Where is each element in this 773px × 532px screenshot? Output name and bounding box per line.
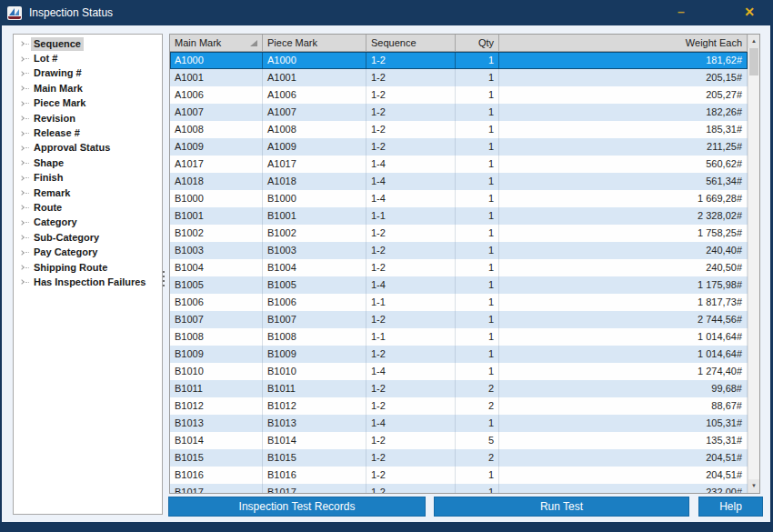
chevron-right-icon[interactable] xyxy=(19,160,25,166)
cell-sequence: 1-2 xyxy=(366,138,456,156)
table-row[interactable]: A1009A10091-21211,25# xyxy=(170,138,748,156)
chevron-right-icon[interactable] xyxy=(19,101,25,106)
chevron-right-icon[interactable] xyxy=(19,265,25,270)
cell-piece-mark: B1004 xyxy=(263,259,366,276)
table-row[interactable]: B1002B10021-211 758,25# xyxy=(170,225,748,242)
run-test-button[interactable]: Run Test xyxy=(434,497,689,517)
chevron-right-icon[interactable] xyxy=(19,71,25,76)
cell-sequence: 1-4 xyxy=(366,363,456,380)
table-row[interactable]: B1010B10101-411 274,40# xyxy=(170,363,748,380)
close-button[interactable]: ✕ xyxy=(740,0,758,25)
sidebar-item-shape[interactable]: Shape xyxy=(14,156,162,170)
chevron-right-icon[interactable] xyxy=(19,86,25,92)
cell-piece-mark: B1014 xyxy=(263,432,366,449)
table-row[interactable]: B1011B10111-2299,68# xyxy=(170,380,748,397)
column-header-piece-mark[interactable]: Piece Mark xyxy=(263,35,366,51)
table-row[interactable]: B1013B10131-41105,31# xyxy=(170,415,748,432)
scroll-down-icon[interactable]: ▼ xyxy=(748,479,759,493)
cell-main-mark: B1013 xyxy=(170,415,263,432)
chevron-right-icon[interactable] xyxy=(19,146,25,151)
table-row[interactable]: A1008A10081-21185,31# xyxy=(170,121,748,138)
sidebar-item-main-mark[interactable]: Main Mark xyxy=(14,81,162,95)
sidebar-item-shipping-route[interactable]: Shipping Route xyxy=(14,260,162,275)
cell-qty: 1 xyxy=(456,156,499,173)
table-row[interactable]: B1006B10061-111 817,73# xyxy=(170,294,748,311)
table-row[interactable]: B1001B10011-112 328,02# xyxy=(170,207,748,225)
vertical-scrollbar[interactable]: ▲ ▼ xyxy=(748,35,759,493)
cell-main-mark: A1017 xyxy=(170,156,263,173)
chevron-right-icon[interactable] xyxy=(19,56,25,62)
table-row[interactable]: B1003B10031-21240,40# xyxy=(170,242,748,259)
chevron-right-icon[interactable] xyxy=(19,280,25,286)
table-row[interactable]: A1018A10181-41561,34# xyxy=(170,173,748,190)
cell-sequence: 1-1 xyxy=(366,207,456,225)
cell-qty: 2 xyxy=(456,397,499,415)
table-row[interactable]: B1014B10141-25135,31# xyxy=(170,432,748,449)
table-row[interactable]: B1015B10151-22204,51# xyxy=(170,449,748,467)
table-row[interactable]: B1004B10041-21240,50# xyxy=(170,259,748,276)
chevron-right-icon[interactable] xyxy=(19,206,25,211)
chevron-right-icon[interactable] xyxy=(19,235,25,240)
cell-qty: 1 xyxy=(456,121,499,138)
chevron-right-icon[interactable] xyxy=(19,176,25,181)
tree-dotline xyxy=(25,177,29,178)
cell-main-mark: B1005 xyxy=(170,276,263,294)
sidebar-item-finish[interactable]: Finish xyxy=(14,171,162,186)
sidebar-item-lot[interactable]: Lot # xyxy=(14,51,162,65)
column-header-sequence[interactable]: Sequence xyxy=(366,35,456,51)
sidebar-item-approval-status[interactable]: Approval Status xyxy=(14,141,162,156)
table-row[interactable]: A1000A10001-21181,62# xyxy=(170,52,748,69)
table-row[interactable]: A1007A10071-21182,26# xyxy=(170,104,748,121)
table-row[interactable]: B1005B10051-411 175,98# xyxy=(170,276,748,294)
chevron-right-icon[interactable] xyxy=(19,131,25,136)
cell-weight-each: 205,15# xyxy=(499,69,748,86)
sidebar-item-pay-category[interactable]: Pay Category xyxy=(14,245,162,259)
scroll-up-icon[interactable]: ▲ xyxy=(748,35,759,48)
inspection-test-records-button[interactable]: Inspection Test Records xyxy=(168,497,426,517)
sidebar-item-remark[interactable]: Remark xyxy=(14,186,162,200)
table-row[interactable]: B1016B10161-21204,51# xyxy=(170,467,748,484)
sort-ascending-icon xyxy=(250,40,257,46)
cell-main-mark: A1007 xyxy=(170,104,263,121)
sidebar-item-revision[interactable]: Revision xyxy=(14,111,162,125)
cell-main-mark: A1000 xyxy=(170,52,263,69)
chevron-right-icon[interactable] xyxy=(19,250,25,256)
sidebar-item-drawing[interactable]: Drawing # xyxy=(14,66,162,81)
chevron-right-icon[interactable] xyxy=(19,115,25,121)
table-row[interactable]: B1012B10121-2288,67# xyxy=(170,397,748,415)
table-row[interactable]: B1000B10001-411 669,28# xyxy=(170,190,748,207)
chevron-right-icon[interactable] xyxy=(19,220,25,226)
table-row[interactable]: A1006A10061-21205,27# xyxy=(170,86,748,104)
sidebar-item-sequence[interactable]: Sequence xyxy=(14,36,162,51)
sidebar-item-piece-mark[interactable]: Piece Mark xyxy=(14,96,162,111)
table-row[interactable]: B1017B10171-21232,00# xyxy=(170,484,748,493)
column-header-weight-each[interactable]: Weight Each xyxy=(499,35,748,51)
cell-weight-each: 2 744,56# xyxy=(499,311,748,328)
titlebar[interactable]: Inspection Status – ✕ xyxy=(0,0,773,25)
table-row[interactable]: B1009B10091-211 014,64# xyxy=(170,346,748,363)
sidebar-item-release[interactable]: Release # xyxy=(14,125,162,140)
cell-piece-mark: A1009 xyxy=(263,138,366,156)
column-header-main-mark[interactable]: Main Mark xyxy=(170,35,263,51)
sidebar-item-sub-category[interactable]: Sub-Category xyxy=(14,230,162,245)
table-row[interactable]: A1001A10011-21205,15# xyxy=(170,69,748,86)
splitter-grip[interactable] xyxy=(161,266,166,290)
minimize-button[interactable]: – xyxy=(672,0,690,25)
sidebar-item-label: Shipping Route xyxy=(31,261,110,275)
cell-sequence: 1-4 xyxy=(366,276,456,294)
sidebar-item-category[interactable]: Category xyxy=(14,216,162,230)
cell-qty: 5 xyxy=(456,432,499,449)
sidebar-item-route[interactable]: Route xyxy=(14,200,162,215)
app-icon xyxy=(7,6,22,20)
chevron-right-icon[interactable] xyxy=(19,41,25,46)
table-row[interactable]: B1008B10081-111 014,64# xyxy=(170,328,748,346)
chevron-right-icon[interactable] xyxy=(19,190,25,196)
scrollbar-thumb[interactable] xyxy=(749,48,758,75)
table-row[interactable]: B1007B10071-212 744,56# xyxy=(170,311,748,328)
sidebar-item-has-inspection-failures[interactable]: Has Inspection Failures xyxy=(14,275,162,289)
cell-weight-each: 240,40# xyxy=(499,242,748,259)
table-row[interactable]: A1017A10171-41560,62# xyxy=(170,156,748,173)
help-button[interactable]: Help xyxy=(698,497,763,517)
column-header-qty[interactable]: Qty xyxy=(456,35,499,51)
cell-weight-each: 204,51# xyxy=(499,449,748,467)
